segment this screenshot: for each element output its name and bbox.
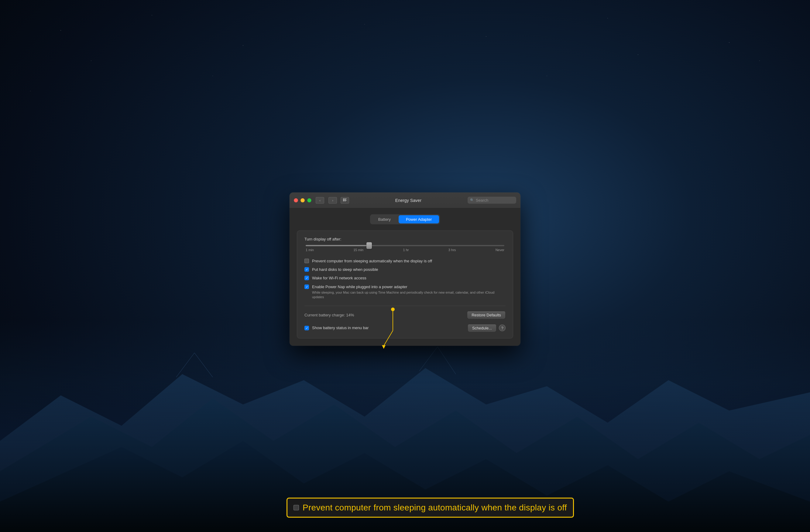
svg-rect-7	[346, 198, 347, 199]
slider-marks: 1 min 15 min 1 hr 3 hrs Never	[305, 248, 505, 252]
display-off-slider-section: Turn display off after: 1 min 15 min 1 h…	[305, 237, 505, 252]
schedule-row: Schedule... ?	[468, 324, 505, 332]
show-battery-label: Show battery status in menu bar	[312, 325, 369, 331]
bottom-section: Current battery charge: 14% Restore Defa…	[305, 305, 505, 332]
grid-icon	[343, 198, 347, 202]
search-icon: 🔍	[470, 198, 474, 202]
svg-rect-8	[346, 200, 347, 200]
slider-thumb[interactable]	[367, 242, 372, 249]
show-battery-left: ✓ Show battery status in menu bar	[305, 325, 369, 331]
callout-annotation: Prevent computer from sleeping automatic…	[287, 497, 574, 517]
wifi-label: Wake for Wi-Fi network access	[312, 276, 367, 281]
slider-mark-1hr: 1 hr	[403, 248, 409, 252]
minimize-button[interactable]	[301, 198, 305, 202]
tab-battery[interactable]: Battery	[371, 215, 398, 223]
slider-mark-3hrs: 3 hrs	[449, 248, 456, 252]
wifi-checkbox[interactable]: ✓	[305, 276, 309, 280]
hard-disks-checkbox[interactable]: ✓	[305, 267, 309, 272]
content-area: Battery Power Adapter Turn display off a…	[290, 208, 520, 346]
search-box[interactable]: 🔍 Search	[468, 197, 516, 204]
svg-rect-5	[343, 200, 344, 201]
callout-text: Prevent computer from sleeping automatic…	[303, 502, 567, 512]
help-button[interactable]: ?	[499, 325, 505, 331]
titlebar: ‹ › Energy Saver 🔍 Search	[290, 193, 520, 208]
slider-track[interactable]	[306, 245, 504, 246]
power-nap-checkbox[interactable]: ✓	[305, 284, 309, 289]
slider-mark-1min: 1 min	[306, 248, 314, 252]
search-placeholder: Search	[476, 198, 488, 202]
hard-disks-row: ✓ Put hard disks to sleep when possible	[305, 267, 505, 272]
tab-power-adapter[interactable]: Power Adapter	[399, 215, 439, 223]
show-battery-checkbox[interactable]: ✓	[305, 326, 309, 330]
power-nap-row: ✓ Enable Power Nap while plugged into a …	[305, 284, 505, 299]
grid-button[interactable]	[341, 197, 349, 203]
svg-rect-3	[343, 198, 344, 199]
slider-label: Turn display off after:	[305, 237, 505, 242]
callout-box: Prevent computer from sleeping automatic…	[287, 497, 574, 517]
prevent-sleep-checkbox[interactable]	[305, 259, 309, 263]
close-button[interactable]	[294, 198, 298, 202]
options-section: Prevent computer from sleeping automatic…	[305, 259, 505, 300]
back-icon: ‹	[319, 198, 321, 202]
maximize-button[interactable]	[307, 198, 311, 202]
hard-disks-label: Put hard disks to sleep when possible	[312, 267, 378, 272]
forward-button[interactable]: ›	[328, 197, 337, 203]
back-button[interactable]: ‹	[316, 197, 324, 203]
battery-status-row: Current battery charge: 14% Restore Defa…	[305, 311, 505, 319]
forward-icon: ›	[332, 198, 333, 202]
battery-status-label: Current battery charge: 14%	[305, 313, 354, 317]
settings-panel: Turn display off after: 1 min 15 min 1 h…	[297, 231, 513, 338]
slider-fill	[306, 245, 369, 246]
slider-mark-never: Never	[496, 248, 504, 252]
tab-group: Battery Power Adapter	[370, 214, 440, 225]
show-battery-row: ✓ Show battery status in menu bar Schedu…	[305, 324, 505, 332]
schedule-button[interactable]: Schedule...	[468, 324, 497, 332]
prevent-sleep-label: Prevent computer from sleeping automatic…	[312, 259, 432, 264]
power-nap-label: Enable Power Nap while plugged into a po…	[312, 284, 505, 299]
svg-rect-6	[344, 200, 346, 201]
callout-checkbox-icon	[293, 505, 299, 510]
wifi-row: ✓ Wake for Wi-Fi network access	[305, 276, 505, 281]
tabs-container: Battery Power Adapter	[297, 214, 513, 225]
prevent-sleep-row: Prevent computer from sleeping automatic…	[305, 259, 505, 264]
restore-defaults-button[interactable]: Restore Defaults	[467, 311, 505, 319]
svg-rect-4	[344, 198, 346, 199]
slider-mark-15min: 15 min	[353, 248, 363, 252]
window-title: Energy Saver	[352, 198, 465, 202]
